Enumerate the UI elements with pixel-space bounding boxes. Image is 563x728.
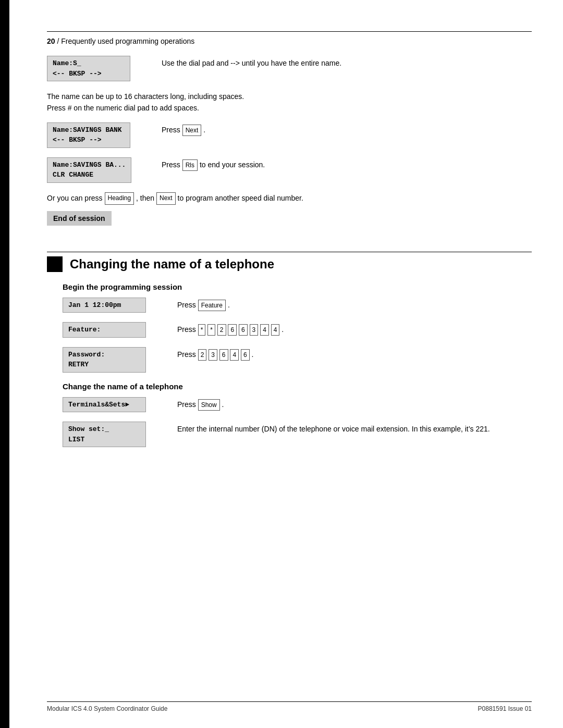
showset-screen-box: Show set:_ LIST [63,422,146,447]
rls-key: Rls [182,159,198,171]
jan-screen-line: Jan 1 12:00pm [68,300,140,311]
desc-text-1: The name can be up to 16 characters long… [47,92,244,101]
feature-screen-col: Feature: [63,322,167,338]
feature-row: Feature: Press * * 2 6 6 3 4 4 . [63,322,532,338]
instruction-row-1: Name:S_ <-- BKSP --> Use the dial pad an… [47,56,532,81]
star-key-2: * [207,324,215,336]
screen-line-5: Name:SAVINGS BA... [53,160,126,170]
password-instr-prefix: Press [177,350,198,359]
screen-line-3: Name:SAVINGS BANK [53,125,125,135]
pw-key-3: 3 [209,349,217,361]
showset-screen-col: Show set:_ LIST [63,422,167,447]
text-col-1: Use the dial pad and --> until you have … [162,56,532,69]
section-title: Changing the name of a telephone [70,257,274,272]
footer-left: Modular ICS 4.0 System Coordinator Guide [47,705,167,712]
subsection2-heading: Change the name of a telephone [63,382,532,391]
password-row: Password: RETRY Press 2 3 6 4 6 . [63,347,532,373]
next-key-1: Next [182,125,202,136]
screen-box-3: Name:SAVINGS BA... CLR CHANGE [47,157,131,183]
pw-key-6b: 6 [241,349,250,361]
jan-screen-col: Jan 1 12:00pm [63,298,167,313]
feature-instr-suffix: . [282,325,284,334]
num-key-2: 2 [217,324,226,336]
end-session-box: End of session [47,211,112,226]
text-col-3: Press Rls to end your session. [162,157,532,171]
section-icon-square [47,256,63,272]
show-key: Show [198,399,220,411]
text-col-2: Press Next . [162,122,532,136]
feature-text-col: Press * * 2 6 6 3 4 4 . [177,322,532,336]
screen-box-2: Name:SAVINGS BANK <-- BKSP --> [47,122,130,148]
page-footer: Modular ICS 4.0 System Coordinator Guide… [47,701,532,712]
screen-line-2: <-- BKSP --> [53,69,125,79]
next-key-2: Next [156,192,176,204]
pw-key-2: 2 [198,349,207,361]
num-key-3: 3 [250,324,259,336]
feature-screen-line: Feature: [68,325,140,335]
password-screen-line2: RETRY [68,360,140,370]
password-screen-line1: Password: [68,350,140,360]
num-key-6a: 6 [228,324,237,336]
screen-col-1: Name:S_ <-- BKSP --> [47,56,151,81]
or-paragraph: Or you can press Heading , then Next to … [47,192,532,205]
password-instr-suffix: . [252,350,254,359]
num-key-4b: 4 [271,324,280,336]
terminals-text-col: Press Show . [177,397,532,411]
num-key-6b: 6 [239,324,248,336]
star-key-1: * [198,324,206,336]
section-heading-row: Changing the name of a telephone [47,256,532,272]
instr2-suffix: . [203,126,205,134]
terminals-instr-suffix: . [222,400,224,409]
desc-para-1: The name can be up to 16 characters long… [47,91,532,114]
page-number: 20 [47,37,55,45]
page-content: 20 / Frequently used programming operati… [47,0,532,488]
terminals-instr-prefix: Press [177,400,198,409]
or-prefix: Or you can press [47,194,105,202]
top-section: 20 / Frequently used programming operati… [47,31,532,241]
pw-key-6: 6 [219,349,228,361]
breadcrumb-text: / Frequently used programming operations [57,37,194,45]
terminals-screen-box: Terminals&Sets► [63,397,146,413]
heading-key: Heading [105,192,134,204]
password-screen-box: Password: RETRY [63,347,146,373]
showset-instr: Enter the internal number (DN) of the te… [177,425,490,433]
feature-instr-prefix: Press [177,325,198,334]
instr2-prefix: Press [162,126,182,134]
terminals-row: Terminals&Sets► Press Show . [63,397,532,413]
instr3-suffix: to end your session. [200,161,265,169]
subsection1-heading: Begin the programming session [63,282,532,291]
section2-content: Begin the programming session Jan 1 12:0… [63,282,532,448]
terminals-screen-line: Terminals&Sets► [68,400,140,410]
feature-screen-box: Feature: [63,322,146,338]
showset-row: Show set:_ LIST Enter the internal numbe… [63,422,532,447]
screen-box-1: Name:S_ <-- BKSP --> [47,56,130,81]
showset-screen-line1: Show set:_ [68,424,140,435]
instruction-row-2: Name:SAVINGS BANK <-- BKSP --> Press Nex… [47,122,532,148]
pw-key-4: 4 [230,349,239,361]
jan-text-col: Press Feature . [177,298,532,311]
screen-col-2: Name:SAVINGS BANK <-- BKSP --> [47,122,151,148]
password-screen-col: Password: RETRY [63,347,167,373]
screen-line-1: Name:S_ [53,58,125,69]
terminals-screen-col: Terminals&Sets► [63,397,167,413]
feature-key: Feature [198,300,226,311]
instruction-text-1: Use the dial pad and --> until you have … [162,59,341,67]
screen-line-4: <-- BKSP --> [53,135,125,145]
num-key-4a: 4 [260,324,269,336]
breadcrumb: 20 / Frequently used programming operati… [47,37,532,45]
jan-instr-prefix: Press [177,301,198,309]
jan-instr-suffix: . [228,301,230,309]
desc-text-2: Press # on the numeric dial pad to add s… [47,104,199,112]
screen-col-3: Name:SAVINGS BA... CLR CHANGE [47,157,151,183]
or-middle: , then [136,194,156,202]
instruction-row-3: Name:SAVINGS BA... CLR CHANGE Press Rls … [47,157,532,183]
password-text-col: Press 2 3 6 4 6 . [177,347,532,361]
end-session-label: End of session [53,214,105,223]
jan-screen-box: Jan 1 12:00pm [63,298,146,313]
section-divider [47,252,532,252]
showset-screen-line2: LIST [68,435,140,445]
jan-row: Jan 1 12:00pm Press Feature . [63,298,532,313]
instr3-prefix: Press [162,161,182,169]
footer-right: P0881591 Issue 01 [478,705,532,712]
screen-line-6: CLR CHANGE [53,170,126,180]
